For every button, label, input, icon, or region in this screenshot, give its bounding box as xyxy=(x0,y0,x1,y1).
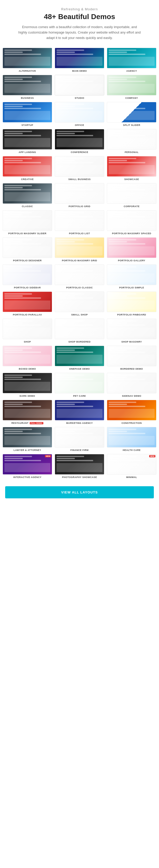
demo-label-small-business: SMALL BUSINESS xyxy=(68,178,91,181)
demo-item-portfolio-classic[interactable]: PORTFOLIO CLASSIC xyxy=(55,265,104,289)
demo-item-shop-masonry[interactable]: SHOP MASONRY xyxy=(107,318,156,343)
demo-thumb-corporate xyxy=(107,183,156,204)
demo-thumb-agency xyxy=(107,48,156,68)
demo-item-personal[interactable]: PERSONAL xyxy=(107,129,156,153)
demo-label-personal: PERSONAL xyxy=(125,151,138,153)
demo-item-portfolio-parallax[interactable]: PORTFOLIO PARALLAX xyxy=(3,291,52,316)
demo-item-agency[interactable]: AGENCY xyxy=(107,48,156,72)
demo-thumb-classic xyxy=(3,183,52,204)
demo-item-shop[interactable]: SHOP xyxy=(3,318,52,343)
demo-item-portfolio-sidebar[interactable]: PORTFOLIO SIDEBAR xyxy=(3,265,52,289)
demo-item-portfolio-pinboard[interactable]: PORTFOLIO PINBOARD xyxy=(107,291,156,316)
demo-thumb-portfolio-simple xyxy=(107,265,156,285)
demo-item-sidenav-demo[interactable]: SIDENAV DEMO xyxy=(107,373,156,397)
demo-label-classic: CLASSIC xyxy=(22,205,33,208)
demo-label-minimal: MINIMAL xyxy=(126,476,137,478)
demo-thumb-conference xyxy=(55,129,104,150)
demo-item-construction[interactable]: CONSTRUCTION xyxy=(107,400,156,424)
demo-item-photography-showcase[interactable]: PHOTOGRAPHY SHOWCASE xyxy=(55,454,104,478)
demo-label-small-shop: SMALL SHOP xyxy=(71,313,88,316)
demo-item-business[interactable]: BUSINESS xyxy=(3,75,52,99)
demo-item-split-slider[interactable]: SPLIT SLIDER xyxy=(107,102,156,126)
demo-thumb-startup xyxy=(3,102,52,123)
demo-item-classic[interactable]: CLASSIC xyxy=(3,183,52,208)
demo-label-split-slider: SPLIT SLIDER xyxy=(123,124,140,126)
demo-item-portfolio-masonry-grid[interactable]: PORTFOLIO MASONRY GRID xyxy=(55,237,104,262)
demo-label-portfolio-masonry-grid: PORTFOLIO MASONRY GRID xyxy=(62,259,97,262)
demo-thumb-portfolio-classic xyxy=(55,265,104,285)
demo-item-small-business[interactable]: SMALL BUSINESS xyxy=(55,156,104,181)
demo-thumb-creative xyxy=(3,156,52,177)
demo-item-portfolio-simple[interactable]: PORTFOLIO SIMPLE xyxy=(107,265,156,289)
demo-item-startup[interactable]: STARTUP xyxy=(3,102,52,126)
demo-label-office: OFFICE xyxy=(75,124,84,126)
demo-item-company[interactable]: COMPANY xyxy=(107,75,156,99)
demo-label-agency: AGENCY xyxy=(126,70,137,72)
demo-item-dark-demo[interactable]: DARK DEMO xyxy=(3,373,52,397)
demo-item-health-care[interactable]: HEALTH CARE xyxy=(107,427,156,452)
demo-label-main-demo: MAIN DEMO xyxy=(72,70,87,72)
demos-grid: ALTERNATIVEMAIN DEMOAGENCYBUSINESSSTUDIO… xyxy=(0,45,159,484)
demo-thumb-company xyxy=(107,75,156,95)
demo-label-photography-showcase: PHOTOGRAPHY SHOWCASE xyxy=(62,476,97,478)
demo-thumb-bordered-demo xyxy=(107,346,156,366)
demo-thumb-dark-demo xyxy=(3,373,52,393)
demo-label-lawyer-attorney: LAWYER & ATTORNEY xyxy=(14,449,41,452)
demo-thumb-interactive-agency: NEW xyxy=(3,454,52,475)
view-all-button[interactable]: VIEW ALL LAYOUTS xyxy=(5,486,154,498)
demo-item-portfolio-grid[interactable]: PORTFOLIO GRID xyxy=(55,183,104,208)
demo-label-pet-care: PET CARE xyxy=(73,395,86,397)
demo-label-startup: STARTUP xyxy=(22,124,33,126)
demo-thumb-split-slider xyxy=(107,102,156,123)
demo-label-bordered-demo: BORDERED DEMO xyxy=(120,368,143,370)
demo-item-conference[interactable]: CONFERENCE xyxy=(55,129,104,153)
demo-label-business: BUSINESS xyxy=(21,97,34,99)
demo-item-marketing-agency[interactable]: MARKETING AGENCY xyxy=(55,400,104,424)
demo-thumb-onepage-demo xyxy=(55,346,104,366)
demo-thumb-portfolio-sidebar xyxy=(3,265,52,285)
demo-label-interactive-agency: INTERACTIVE AGENCY xyxy=(13,476,41,478)
demo-label-finance-firm: FINANCE FIRM xyxy=(70,449,89,452)
demo-label-alternative: ALTERNATIVE xyxy=(19,70,36,72)
demo-item-bordered-demo[interactable]: BORDERED DEMO xyxy=(107,346,156,370)
demo-item-creative[interactable]: CREATIVE xyxy=(3,156,52,181)
demo-item-office[interactable]: OFFICE xyxy=(55,102,104,126)
demo-item-app-landing[interactable]: APP LANDING xyxy=(3,129,52,153)
demo-item-main-demo[interactable]: MAIN DEMO xyxy=(55,48,104,72)
demo-item-shop-bordered[interactable]: SHOP BORDERED xyxy=(55,318,104,343)
demo-item-portfolio-masonry-slider[interactable]: PORTFOLIO MASONRY SLIDER xyxy=(3,210,52,235)
demo-thumb-portfolio-masonry-spaced xyxy=(107,210,156,231)
demo-label-shop-masonry: SHOP MASONRY xyxy=(121,340,142,343)
demo-item-minimal[interactable]: NEWMINIMAL xyxy=(107,454,156,478)
demo-item-portfolio-masonry-spaced[interactable]: PORTFOLIO MASONRY SPACED xyxy=(107,210,156,235)
demo-thumb-portfolio-grid xyxy=(55,183,104,204)
demo-label-boxed-demo: BOXED DEMO xyxy=(19,368,36,370)
demo-item-boxed-demo[interactable]: BOXED DEMO xyxy=(3,346,52,370)
demo-thumb-restaurant xyxy=(3,400,52,421)
demo-thumb-small-shop xyxy=(55,291,104,312)
demo-label-portfolio-parallax: PORTFOLIO PARALLAX xyxy=(13,313,42,316)
demo-item-interactive-agency[interactable]: NEWINTERACTIVE AGENCY xyxy=(3,454,52,478)
demo-item-portfolio-gallery[interactable]: PORTFOLIO GALLERY xyxy=(107,237,156,262)
demo-item-restaurant[interactable]: RESTAURANTFull Demo xyxy=(3,400,52,424)
demo-thumb-shop-bordered xyxy=(55,318,104,339)
demo-item-finance-firm[interactable]: FINANCE FIRM xyxy=(55,427,104,452)
demo-item-onepage-demo[interactable]: ONEPAGE DEMO xyxy=(55,346,104,370)
demo-thumb-alternative xyxy=(3,48,52,68)
demo-item-portfolio-designer[interactable]: PORTFOLIO DESIGNER xyxy=(3,237,52,262)
demo-item-studio[interactable]: STUDIO xyxy=(55,75,104,99)
demo-item-portfolio-list[interactable]: PORTFOLIO LIST xyxy=(55,210,104,235)
demo-item-corporate[interactable]: CORPORATE xyxy=(107,183,156,208)
demo-thumb-minimal: NEW xyxy=(107,454,156,475)
demo-label-portfolio-grid: PORTFOLIO GRID xyxy=(69,205,91,208)
demo-item-pet-care[interactable]: PET CARE xyxy=(55,373,104,397)
demo-item-showcase[interactable]: SHOWCASE xyxy=(107,156,156,181)
demo-label-portfolio-gallery: PORTFOLIO GALLERY xyxy=(118,259,145,262)
demo-item-lawyer-attorney[interactable]: LAWYER & ATTORNEY xyxy=(3,427,52,452)
demo-label-portfolio-designer: PORTFOLIO DESIGNER xyxy=(13,259,41,262)
demo-thumb-portfolio-pinboard xyxy=(107,291,156,312)
demo-label-portfolio-simple: PORTFOLIO SIMPLE xyxy=(119,286,144,289)
demo-item-alternative[interactable]: ALTERNATIVE xyxy=(3,48,52,72)
demo-item-small-shop[interactable]: SMALL SHOP xyxy=(55,291,104,316)
demo-label-portfolio-pinboard: PORTFOLIO PINBOARD xyxy=(117,313,146,316)
